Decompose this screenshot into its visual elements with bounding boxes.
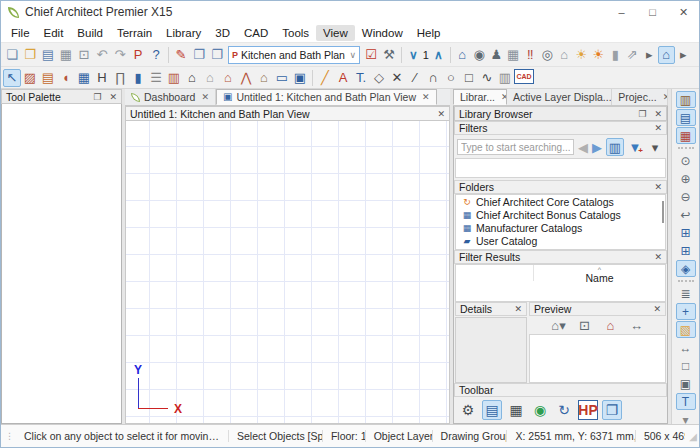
floor-down-button[interactable]: ∨ <box>409 48 418 62</box>
cad-detail-icon[interactable]: CAD <box>514 69 534 84</box>
elevation-view-icon[interactable]: ⌂ <box>556 46 573 64</box>
grid-view-icon[interactable]: ▦ <box>506 400 526 420</box>
filter-menu-caret-icon[interactable]: ▾ <box>646 138 664 156</box>
plan-display-options-icon[interactable]: ✎ <box>172 46 190 64</box>
filter-back-icon[interactable]: ◀ <box>576 138 590 156</box>
tab-untitled-plan[interactable]: ▣ Untitled 1: Kitchen and Bath Plan View… <box>216 89 437 105</box>
menu-item[interactable]: Window <box>355 25 410 41</box>
hinged-door-icon[interactable]: H <box>93 69 111 87</box>
line-tool-icon[interactable]: ∕ <box>406 69 424 87</box>
chevron-down-icon[interactable]: ∨ <box>349 50 356 60</box>
dormer-icon[interactable]: ⌂ <box>255 69 273 87</box>
close-section-icon[interactable]: ✕ <box>653 304 661 314</box>
deck-railing-icon[interactable]: ▤ <box>39 69 57 87</box>
rail-rectangle-icon[interactable]: □ <box>676 357 696 374</box>
menu-item[interactable]: Library <box>159 25 208 41</box>
filter-results-list[interactable]: ^ Name <box>455 264 666 302</box>
library-filter-icon[interactable]: ▥ <box>606 138 624 156</box>
rail-fill-building-icon[interactable]: ⊞ <box>676 242 696 259</box>
update-library-icon[interactable]: ↻ <box>554 400 574 420</box>
callout-tool-icon[interactable]: ◇ <box>370 69 388 87</box>
rail-pan-icon[interactable]: ◈ <box>676 260 696 277</box>
rail-fill-window-icon[interactable]: ⊞ <box>676 224 696 241</box>
close-tab-icon[interactable]: ✕ <box>201 92 209 102</box>
preferences-icon[interactable]: P <box>129 46 147 64</box>
framing-icon[interactable]: ▥ <box>165 69 183 87</box>
close-section-icon[interactable]: ✕ <box>654 252 662 262</box>
rail-reference-display-icon[interactable]: + <box>676 303 696 320</box>
close-section-icon[interactable]: ✕ <box>654 123 662 133</box>
floor-up-button[interactable]: ∧ <box>434 48 443 62</box>
camera-lens-icon[interactable]: ◎ <box>539 46 556 64</box>
rail-library-browser-icon[interactable]: ▥ <box>676 91 696 108</box>
house-roof-icon[interactable]: ⌂ <box>183 69 201 87</box>
rail-page-zoom-icon[interactable]: ▣ <box>676 375 696 392</box>
new-plan-icon[interactable]: ❏ <box>3 46 21 64</box>
window-tool-icon[interactable]: ▦ <box>75 69 93 87</box>
close-tab-icon[interactable]: ✕ <box>422 92 430 102</box>
menu-item[interactable]: Help <box>410 25 448 41</box>
adjust-lights-icon[interactable]: ⇗ <box>624 46 641 64</box>
camera-view-icon[interactable]: ◉ <box>471 46 488 64</box>
rail-dimension-defaults-icon[interactable]: ↔ <box>676 339 696 356</box>
preview-dimensions-icon[interactable]: ↔ <box>628 316 646 334</box>
resize-grip-icon[interactable]: ◢ <box>685 431 699 442</box>
active-layer-set-icon[interactable]: ☑ <box>362 46 380 64</box>
close-panel-icon[interactable]: ✕ <box>654 109 662 119</box>
menu-item[interactable]: Terrain <box>110 25 159 41</box>
tab-active-layer[interactable]: Active Layer Displa... ✕ <box>507 89 612 105</box>
circle-tool-icon[interactable]: ○ <box>442 69 460 87</box>
open-plan-icon[interactable]: ❐ <box>21 46 39 64</box>
filter-forward-icon[interactable]: ▶ <box>590 138 604 156</box>
show-folders-icon[interactable]: ❐ <box>602 400 622 420</box>
preview-view-type-icon[interactable]: ⌂▾ <box>550 316 568 334</box>
plan-view-select[interactable]: P Kitchen and Bath Plan View ∨ <box>228 46 360 64</box>
overflow-arrow-icon[interactable]: ▸ <box>641 46 658 64</box>
rail-zoom-icon[interactable]: ⊙ <box>676 152 696 169</box>
tool-palette-body[interactable] <box>1 104 122 424</box>
rail-undo-zoom-icon[interactable]: ↩ <box>676 206 696 223</box>
menu-item[interactable]: Build <box>70 25 110 41</box>
adjust-sunlight-icon[interactable]: ☀ <box>590 46 607 64</box>
preview-color-toggle-icon[interactable]: ⌂ <box>602 316 620 334</box>
tree-scrollbar[interactable] <box>662 201 664 223</box>
full-overview-icon[interactable]: ⌂ <box>454 46 471 64</box>
straight-wall-icon[interactable]: ▨ <box>21 69 39 87</box>
saved-cameras-icon[interactable]: ⌂ <box>658 46 675 64</box>
add-filter-icon[interactable]: ▼+ <box>626 138 644 156</box>
saved-plan-view-alt-icon[interactable]: ❐ <box>208 46 226 64</box>
select-objects-icon[interactable]: ↖ <box>3 69 21 87</box>
tab-project[interactable]: Projec... ✕ <box>612 89 668 105</box>
rail-zoom-in-icon[interactable]: ⊕ <box>676 170 696 187</box>
rail-layer-options-icon[interactable]: ≣ <box>676 285 696 302</box>
drawing-canvas[interactable]: Y X <box>125 121 450 424</box>
soffit-icon[interactable]: ▭ <box>273 69 291 87</box>
print-icon[interactable]: ▦ <box>57 46 75 64</box>
layer-set-settings-icon[interactable]: ⚒ <box>380 46 398 64</box>
house-outline-icon[interactable]: ⌂ <box>201 69 219 87</box>
rail-more-icon[interactable]: ▾ <box>676 411 696 428</box>
menu-item[interactable]: File <box>4 25 37 41</box>
print-preview-icon[interactable]: ⊡ <box>75 46 93 64</box>
folder-manufacturer-catalogs[interactable]: ▦ Manufacturer Catalogs <box>456 221 665 234</box>
spray-material-icon[interactable]: ▮ <box>607 46 624 64</box>
tab-library[interactable]: Librar... ✕ <box>453 89 507 105</box>
name-column-header[interactable]: ^ Name <box>534 265 665 301</box>
menu-item[interactable]: CAD <box>237 25 275 41</box>
list-view-icon[interactable]: ▤ <box>482 400 502 420</box>
folder-user-catalog[interactable]: ▰ User Catalog <box>456 234 665 247</box>
saved-plan-view-icon[interactable]: ❐ <box>190 46 208 64</box>
preview-fill-window-icon[interactable]: ⊡ <box>576 316 594 334</box>
menu-item[interactable]: Tools <box>275 25 316 41</box>
update-core-catalogs-icon[interactable]: ◉ <box>530 400 550 420</box>
overflow-arrow2-icon[interactable]: ▸ <box>675 46 692 64</box>
text-tool-icon[interactable]: A <box>334 69 352 87</box>
menu-item[interactable]: Edit <box>37 25 71 41</box>
close-panel-icon[interactable]: ✕ <box>109 92 117 102</box>
rail-text-styles-icon[interactable]: T <box>676 393 696 410</box>
framing-overview-icon[interactable]: ▦ <box>505 46 522 64</box>
folder-bonus-catalogs[interactable]: ▦ Chief Architect Bonus Catalogs <box>456 208 665 221</box>
sun-icon[interactable]: ☀ <box>573 46 590 64</box>
library-search-input[interactable] <box>457 139 574 155</box>
stairs-icon[interactable]: ☰ <box>147 69 165 87</box>
